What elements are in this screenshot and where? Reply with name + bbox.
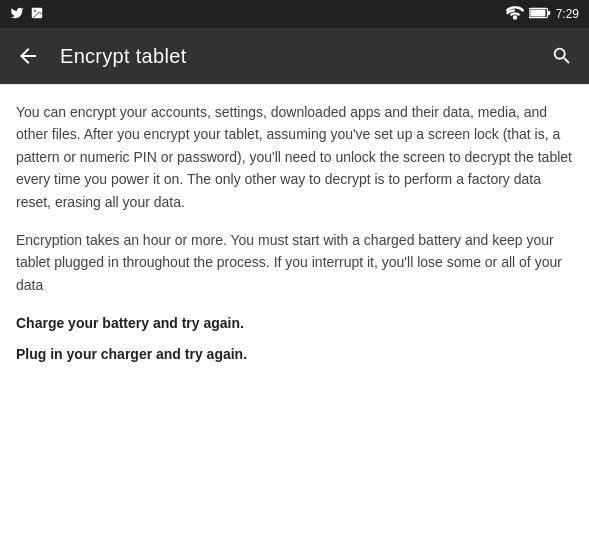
content-area: You can encrypt your accounts, settings,… xyxy=(0,85,589,551)
toolbar-left: Encrypt tablet xyxy=(16,44,187,68)
description-paragraph-1: You can encrypt your accounts, settings,… xyxy=(16,101,573,213)
description-paragraph-2: Encryption takes an hour or more. You mu… xyxy=(16,229,573,296)
status-bar-left xyxy=(10,6,44,23)
toolbar-title: Encrypt tablet xyxy=(60,45,187,68)
status-bar-right: 7:29 xyxy=(506,6,579,23)
photo-icon xyxy=(30,6,44,23)
svg-point-1 xyxy=(34,10,36,12)
svg-rect-4 xyxy=(548,10,550,14)
twitter-icon xyxy=(10,6,24,23)
wifi-icon xyxy=(506,6,524,23)
search-button[interactable] xyxy=(551,45,573,67)
time-display: 7:29 xyxy=(556,7,579,21)
warning-plug: Plug in your charger and try again. xyxy=(16,343,573,365)
warning-charge: Charge your battery and try again. xyxy=(16,312,573,334)
toolbar: Encrypt tablet xyxy=(0,28,589,84)
svg-rect-3 xyxy=(530,9,545,16)
status-bar: 7:29 xyxy=(0,0,589,28)
battery-icon xyxy=(529,7,551,22)
back-button[interactable] xyxy=(16,44,40,68)
